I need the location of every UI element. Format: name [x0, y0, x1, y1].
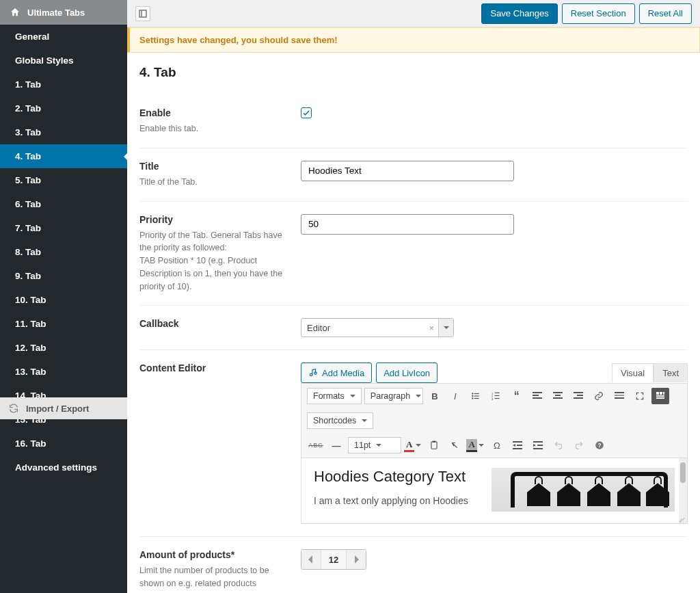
main: Save Changes Reset Section Reset All Set…	[127, 0, 700, 593]
redo-icon[interactable]	[570, 437, 588, 453]
sidebar-item-tab-6[interactable]: 6. Tab	[0, 192, 127, 216]
check-icon	[302, 109, 310, 117]
paste-text-icon[interactable]	[425, 437, 443, 453]
clear-formatting-icon[interactable]	[446, 437, 463, 453]
svg-rect-31	[656, 395, 664, 397]
panel-toggle-button[interactable]	[135, 6, 150, 21]
align-right-icon[interactable]	[569, 388, 587, 404]
title-desc: Title of the Tab.	[139, 176, 287, 189]
svg-rect-22	[574, 392, 583, 393]
callback-select[interactable]: Editor ×	[301, 318, 454, 337]
editor-body[interactable]: Hoodies Category Text I am a text only a…	[301, 458, 688, 524]
svg-rect-29	[660, 392, 662, 395]
indent-icon[interactable]	[529, 437, 547, 453]
svg-text:3: 3	[492, 397, 494, 401]
editor-toolbar: Formats Paragraph B I 123 “ Shortcodes	[301, 383, 688, 458]
bg-color-picker[interactable]: A	[466, 437, 485, 453]
sidebar-item-tab-9[interactable]: 9. Tab	[0, 264, 127, 288]
tab-visual[interactable]: Visual	[612, 363, 654, 382]
svg-rect-5	[474, 393, 479, 394]
sidebar-item-tab-12[interactable]: 12. Tab	[0, 336, 127, 360]
field-callback: Callback Editor ×	[139, 306, 688, 350]
tab-text[interactable]: Text	[654, 363, 688, 382]
insert-more-icon[interactable]	[610, 388, 628, 404]
bullet-list-icon[interactable]	[467, 388, 485, 404]
formats-dropdown[interactable]: Formats	[307, 388, 362, 404]
sidebar-item-tab-7[interactable]: 7. Tab	[0, 216, 127, 240]
strikethrough-icon[interactable]: ABC	[307, 437, 325, 453]
blockquote-icon[interactable]: “	[508, 388, 526, 404]
chevron-down-icon[interactable]	[438, 319, 453, 337]
sidebar-item-tab-4[interactable]: 4. Tab	[0, 144, 127, 168]
sidebar-item-global-styles[interactable]: Global Styles	[0, 49, 127, 73]
sidebar-item-tab-8[interactable]: 8. Tab	[0, 240, 127, 264]
amount-increment[interactable]	[347, 550, 366, 569]
amount-decrement[interactable]	[301, 550, 321, 569]
house-icon	[10, 7, 21, 18]
sidebar-item-tab-13[interactable]: 13. Tab	[0, 360, 127, 384]
svg-rect-21	[553, 397, 563, 399]
horizontal-rule-icon[interactable]: —	[327, 437, 345, 453]
shortcodes-dropdown[interactable]: Shortcodes	[307, 412, 373, 429]
sidebar-import-export[interactable]: Import / Export	[0, 397, 127, 419]
content: 4. Tab Enable Enable this tab. Title Tit…	[127, 53, 700, 593]
bold-icon[interactable]: B	[426, 388, 444, 404]
sidebar-item-general[interactable]: General	[0, 25, 127, 49]
sidebar-item-tab-16[interactable]: 16. Tab	[0, 432, 127, 456]
sidebar-item-advanced[interactable]: Advanced settings	[0, 456, 127, 479]
sidebar-title: Ultimate Tabs	[27, 8, 85, 18]
title-label: Title	[139, 161, 287, 172]
fontsize-dropdown[interactable]: 11pt	[348, 437, 401, 453]
svg-rect-32	[656, 397, 664, 399]
sidebar-item-tab-10[interactable]: 10. Tab	[0, 288, 127, 312]
svg-rect-11	[495, 393, 500, 393]
svg-rect-7	[474, 396, 479, 397]
svg-rect-9	[474, 398, 479, 399]
align-center-icon[interactable]	[549, 388, 567, 404]
svg-point-8	[472, 398, 473, 399]
paragraph-dropdown[interactable]: Paragraph	[364, 388, 423, 404]
svg-rect-35	[513, 441, 522, 443]
text-color-picker[interactable]: A	[404, 437, 422, 453]
save-changes-button[interactable]: Save Changes	[481, 3, 557, 24]
editor-paragraph: I am a text only applying on Hoodies	[314, 494, 478, 508]
sidebar-item-tab-2[interactable]: 2. Tab	[0, 96, 127, 120]
sidebar-header: Ultimate Tabs	[0, 0, 127, 25]
fullscreen-icon[interactable]	[631, 388, 649, 404]
title-input[interactable]	[301, 161, 514, 181]
svg-rect-20	[555, 395, 561, 396]
amount-desc: Limit the number of products to be shown…	[139, 564, 287, 593]
align-left-icon[interactable]	[528, 388, 546, 404]
sidebar: Ultimate Tabs General Global Styles 1. T…	[0, 0, 127, 593]
priority-input[interactable]	[301, 214, 514, 235]
sidebar-item-tab-3[interactable]: 3. Tab	[0, 120, 127, 144]
svg-rect-19	[553, 392, 563, 393]
sidebar-item-tab-11[interactable]: 11. Tab	[0, 312, 127, 336]
sidebar-item-tab-5[interactable]: 5. Tab	[0, 168, 127, 192]
link-icon[interactable]	[590, 388, 608, 404]
svg-rect-42	[533, 448, 543, 449]
special-char-icon[interactable]: Ω	[488, 437, 506, 453]
reset-all-button[interactable]: Reset All	[639, 3, 692, 24]
content-editor-label: Content Editor	[139, 363, 287, 373]
help-icon[interactable]: ?	[591, 437, 608, 453]
svg-rect-0	[139, 10, 146, 17]
resize-grip-icon[interactable]	[677, 514, 686, 522]
panel-icon	[139, 10, 147, 18]
amount-value: 12	[321, 550, 347, 569]
amount-stepper: 12	[301, 549, 366, 570]
add-media-button[interactable]: Add Media	[301, 363, 372, 383]
sidebar-item-tab-1[interactable]: 1. Tab	[0, 73, 127, 96]
outdent-icon[interactable]	[509, 437, 526, 453]
toolbar-toggle-icon[interactable]	[651, 388, 669, 404]
refresh-icon	[8, 403, 19, 414]
add-livicon-button[interactable]: Add LivIcon	[376, 363, 438, 383]
numbered-list-icon[interactable]: 123	[487, 388, 505, 404]
svg-rect-28	[656, 392, 659, 395]
reset-section-button[interactable]: Reset Section	[562, 3, 635, 24]
enable-checkbox[interactable]	[301, 107, 312, 118]
italic-icon[interactable]: I	[446, 388, 464, 404]
undo-icon[interactable]	[550, 437, 567, 453]
field-title: Title Title of the Tab.	[139, 148, 688, 202]
callback-clear-icon[interactable]: ×	[425, 323, 438, 333]
